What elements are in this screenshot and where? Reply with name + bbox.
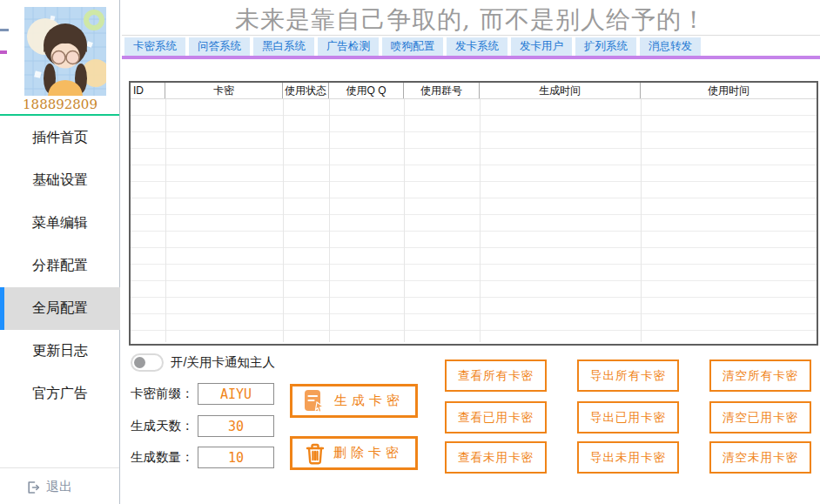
table-grid-line <box>480 99 481 342</box>
table-grid-line <box>404 99 405 342</box>
tab-qa-system[interactable]: 问答系统 <box>189 37 250 56</box>
column-header-use-status: 使用状态 <box>283 83 329 98</box>
generate-count-label: 生成数量： <box>131 449 198 466</box>
export-all-cards-button[interactable]: 导出所有卡密 <box>577 360 679 392</box>
view-unused-cards-button[interactable]: 查看未用卡密 <box>445 441 547 474</box>
tab-underline <box>122 56 820 59</box>
delete-cards-button[interactable]: 删除卡密 <box>290 436 418 470</box>
card-prefix-label: 卡密前缀： <box>131 386 198 402</box>
decoration-dash-magenta <box>0 50 7 54</box>
notify-toggle-label: 开/关用卡通知主人 <box>171 354 275 371</box>
column-header-use-time: 使用时间 <box>641 83 817 98</box>
tab-faka-system[interactable]: 发卡系统 <box>447 37 507 56</box>
main-panel: 未来是靠自己争取的, 而不是别人给予的！ 卡密系统 问答系统 黑白系统 广告检测… <box>122 0 820 504</box>
tab-kami-system[interactable]: 卡密系统 <box>124 37 185 56</box>
card-prefix-row: 卡密前缀： <box>131 383 274 405</box>
tab-bar: 卡密系统 问答系统 黑白系统 广告检测 喷狗配置 发卡系统 发卡用户 扩列系统 … <box>122 37 820 56</box>
sidebar-item-menu-edit[interactable]: 菜单编辑 <box>0 202 120 245</box>
table-body-empty <box>131 99 817 344</box>
cards-table: ID 卡密 使用状态 使用Q Q 使用群号 生成时间 使用时间 <box>129 81 818 346</box>
sidebar-item-update-log[interactable]: 更新日志 <box>0 330 120 373</box>
export-unused-cards-button[interactable]: 导出未用卡密 <box>577 441 679 474</box>
table-grid-line <box>641 99 642 342</box>
sidebar-item-basic-settings[interactable]: 基础设置 <box>0 159 120 202</box>
notify-toggle-row: 开/关用卡通知主人 <box>131 353 275 372</box>
user-id: 188892809 <box>0 97 120 112</box>
trash-icon <box>305 442 326 465</box>
sidebar-nav: 插件首页 基础设置 菜单编辑 分群配置 全局配置 更新日志 官方广告 <box>0 117 120 415</box>
generate-count-input[interactable] <box>198 447 274 468</box>
sidebar-item-plugin-home[interactable]: 插件首页 <box>0 117 120 159</box>
column-header-id: ID <box>131 83 165 98</box>
generate-count-row: 生成数量： <box>131 447 274 468</box>
logout-label: 退出 <box>46 479 72 495</box>
column-header-card-key: 卡密 <box>165 83 283 98</box>
view-all-cards-button[interactable]: 查看所有卡密 <box>445 360 547 392</box>
clear-used-cards-button[interactable]: 清空已用卡密 <box>709 401 811 433</box>
column-header-use-group: 使用群号 <box>404 83 480 98</box>
logout-icon <box>26 480 40 494</box>
view-used-cards-button[interactable]: 查看已用卡密 <box>445 401 547 433</box>
tab-ad-detect[interactable]: 广告检测 <box>318 37 379 56</box>
column-header-use-qq: 使用Q Q <box>329 83 404 98</box>
sidebar-item-group-config[interactable]: 分群配置 <box>0 245 120 287</box>
generate-days-input[interactable] <box>198 415 274 437</box>
logout-button[interactable]: 退出 <box>26 479 72 495</box>
toggle-knob <box>134 357 145 368</box>
clear-unused-cards-button[interactable]: 清空未用卡密 <box>709 441 811 474</box>
generate-cards-button[interactable]: 生成卡密 <box>290 384 418 418</box>
generate-days-row: 生成天数： <box>131 415 274 437</box>
delete-cards-label: 删除卡密 <box>333 445 403 461</box>
tab-blackwhite-system[interactable]: 黑白系统 <box>253 37 314 56</box>
generate-card-icon <box>304 389 326 413</box>
table-grid-line <box>329 99 330 342</box>
logout-separator <box>0 467 119 468</box>
avatar <box>24 7 106 96</box>
tab-message-forward[interactable]: 消息转发 <box>640 37 701 56</box>
notify-owner-toggle[interactable] <box>131 353 164 372</box>
tab-faka-users[interactable]: 发卡用户 <box>511 37 572 56</box>
generate-cards-label: 生成卡密 <box>334 393 404 409</box>
title-separator <box>122 35 820 36</box>
sidebar: 188892809 插件首页 基础设置 菜单编辑 分群配置 全局配置 更新日志 … <box>0 0 120 504</box>
table-grid-line <box>165 99 166 342</box>
export-used-cards-button[interactable]: 导出已用卡密 <box>577 401 679 433</box>
column-header-create-time: 生成时间 <box>480 83 641 98</box>
card-prefix-input[interactable] <box>198 383 274 405</box>
tab-kuolie-system[interactable]: 扩列系统 <box>575 37 636 56</box>
sidebar-divider-green <box>0 114 119 116</box>
decoration-dash-blue <box>0 29 9 31</box>
table-header-row: ID 卡密 使用状态 使用Q Q 使用群号 生成时间 使用时间 <box>131 83 817 99</box>
generate-days-label: 生成天数： <box>131 418 198 434</box>
tab-pengou-config[interactable]: 喷狗配置 <box>382 37 443 56</box>
table-grid-line <box>283 99 284 342</box>
page-title: 未来是靠自己争取的, 而不是别人给予的！ <box>122 3 820 37</box>
clear-all-cards-button[interactable]: 清空所有卡密 <box>709 360 811 392</box>
sidebar-item-global-config[interactable]: 全局配置 <box>0 287 120 330</box>
sidebar-item-official-ads[interactable]: 官方广告 <box>0 373 120 415</box>
